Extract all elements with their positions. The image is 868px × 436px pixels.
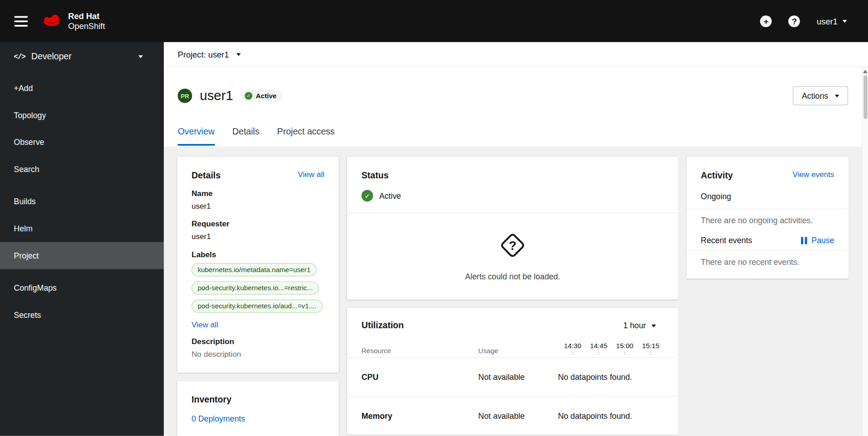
developer-code-icon: </> xyxy=(14,53,25,61)
name-label: Name xyxy=(191,188,324,199)
utilization-axis-row: Resource Usage 14:30 14:45 15:00 15:15 xyxy=(347,342,678,357)
redhat-hat-icon xyxy=(42,14,62,29)
sidebar-item-label: +Add xyxy=(14,83,33,92)
sidebar-item-label: Project xyxy=(14,251,39,260)
scrollbar-thumb[interactable] xyxy=(863,75,868,119)
status-card-title: Status xyxy=(362,170,389,181)
sidebar-nav: +Add Topology Observe Search Builds Helm… xyxy=(0,70,164,328)
tab-details[interactable]: Details xyxy=(232,127,259,146)
perspective-label: Developer xyxy=(31,52,72,62)
duration-value: 1 hour xyxy=(623,321,646,330)
deployments-link[interactable]: 0 Deployments xyxy=(191,414,245,423)
resource-datapoints: No datapoints found. xyxy=(558,411,664,420)
nav-toggle-button[interactable] xyxy=(9,10,33,32)
sidebar-item-add[interactable]: +Add xyxy=(0,74,164,101)
resource-name: CPU xyxy=(362,373,478,382)
inventory-card: Inventory 0 Deployments xyxy=(177,381,339,436)
user-menu[interactable]: user1 xyxy=(817,16,847,26)
details-view-all-link[interactable]: View all xyxy=(298,170,324,179)
usage-column-header: Usage xyxy=(478,347,558,355)
brand-logo[interactable]: Red Hat OpenShift xyxy=(42,11,105,31)
scrollbar-up-arrow-icon[interactable] xyxy=(863,70,868,73)
sidebar-item-helm[interactable]: Helm xyxy=(0,215,164,242)
status-card: Status Active ? Alerts could xyxy=(347,157,678,300)
utilization-row-memory: Memory Not available No datapoints found… xyxy=(347,396,678,435)
sidebar-item-secrets[interactable]: Secrets xyxy=(0,301,164,328)
sidebar-item-label: Builds xyxy=(14,197,36,206)
name-value: user1 xyxy=(191,201,324,211)
inventory-card-header: Inventory xyxy=(177,381,339,406)
perspective-switcher[interactable]: </> Developer xyxy=(0,42,164,70)
svg-text:?: ? xyxy=(509,239,516,253)
chevron-down-icon xyxy=(835,95,839,97)
duration-select[interactable]: 1 hour xyxy=(623,321,656,330)
sidebar-item-label: Search xyxy=(14,165,39,174)
sidebar-item-configmaps[interactable]: ConfigMaps xyxy=(0,274,164,301)
label-pill[interactable]: pod-security.kubernetes.io...=restric... xyxy=(191,281,319,294)
status-card-header: Status xyxy=(347,157,678,181)
labels-group: kubernetes.io/metadata.name=user1 pod-se… xyxy=(191,263,324,315)
chevron-down-icon xyxy=(236,53,241,56)
masthead: Red Hat OpenShift + ? user1 xyxy=(0,0,868,42)
description-label: Description xyxy=(191,335,324,346)
alerts-empty-state: ? Alerts could not be loaded. xyxy=(347,213,678,300)
axis-tick xyxy=(598,352,599,355)
label-pill[interactable]: pod-security.kubernetes.io/aud...=v1.... xyxy=(191,300,323,313)
nav-group: +Add Topology Observe Search xyxy=(0,74,164,183)
left-column: Details View all Name user1 Requester us… xyxy=(177,157,339,436)
utilization-card-header: Utilization 1 hour xyxy=(347,308,678,342)
actions-button[interactable]: Actions xyxy=(793,86,848,105)
sidebar: </> Developer +Add Topology Observe Sear… xyxy=(0,42,164,436)
time-text: 14:45 xyxy=(590,342,607,350)
time-label: 15:00 xyxy=(612,342,638,355)
requester-value: user1 xyxy=(191,231,324,242)
brand-text: Red Hat OpenShift xyxy=(68,11,105,31)
axis-tick xyxy=(572,352,573,355)
tab-overview[interactable]: Overview xyxy=(178,127,215,146)
middle-column: Status Active ? Alerts could xyxy=(347,157,678,435)
time-text: 14:30 xyxy=(564,342,581,350)
scrollbar[interactable] xyxy=(862,67,868,436)
resource-column-header: Resource xyxy=(362,347,478,355)
label-pill[interactable]: kubernetes.io/metadata.name=user1 xyxy=(191,263,316,276)
sidebar-item-topology[interactable]: Topology xyxy=(0,101,164,129)
time-label: 14:45 xyxy=(586,342,611,355)
sidebar-item-label: Helm xyxy=(14,224,33,233)
utilization-card: Utilization 1 hour Resource Usage 14:30 xyxy=(347,308,678,435)
labels-label: Labels xyxy=(191,249,324,259)
time-label: 15:15 xyxy=(638,342,663,355)
time-label: 14:30 xyxy=(560,342,586,355)
inventory-card-body: 0 Deployments xyxy=(177,405,339,436)
main-content: Project: user1 PR user1 Active Actions xyxy=(164,42,868,436)
details-card-header: Details View all xyxy=(177,157,339,181)
tab-project-access[interactable]: Project access xyxy=(277,127,334,146)
project-status-row: Active xyxy=(347,181,678,213)
help-icon[interactable]: ? xyxy=(788,15,800,27)
quick-create-icon[interactable]: + xyxy=(760,15,772,27)
project-resource-badge: PR xyxy=(178,89,192,103)
sidebar-item-project[interactable]: Project xyxy=(0,242,164,269)
time-text: 15:00 xyxy=(616,342,633,350)
chevron-down-icon xyxy=(652,324,656,327)
activity-card-title: Activity xyxy=(701,170,733,181)
right-column: Activity View events Ongoing There are n… xyxy=(687,157,849,278)
recent-events-label: Recent events xyxy=(701,236,752,245)
labels-view-all-link[interactable]: View all xyxy=(191,320,218,329)
openshift-console: Red Hat OpenShift + ? user1 </> Develope… xyxy=(0,0,868,436)
project-selector[interactable]: Project: user1 xyxy=(178,49,241,59)
resource-usage: Not available xyxy=(478,373,558,382)
sidebar-item-search[interactable]: Search xyxy=(0,156,164,183)
overview-dashboard: Details View all Name user1 Requester us… xyxy=(164,147,868,436)
project-selector-label: Project: user1 xyxy=(178,49,229,59)
ongoing-section-header: Ongoing xyxy=(687,181,849,209)
view-events-link[interactable]: View events xyxy=(792,170,834,179)
sidebar-item-observe[interactable]: Observe xyxy=(0,129,164,156)
utilization-card-title: Utilization xyxy=(362,320,404,331)
resource-name: Memory xyxy=(362,411,478,420)
brand-line2: OpenShift xyxy=(68,21,105,31)
inventory-card-title: Inventory xyxy=(191,394,231,405)
pause-events-button[interactable]: Pause xyxy=(801,236,835,245)
check-circle-icon xyxy=(245,92,253,100)
page-title: user1 xyxy=(200,88,233,103)
sidebar-item-builds[interactable]: Builds xyxy=(0,188,164,215)
